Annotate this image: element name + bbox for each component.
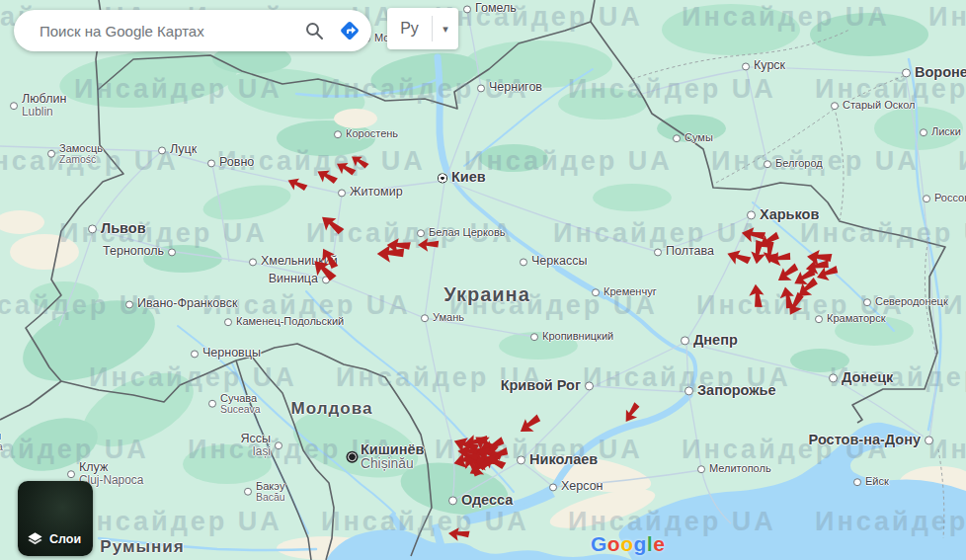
city-label-latin: Suceava <box>220 404 261 415</box>
city-label: СучаваSuceava <box>220 393 261 416</box>
city-marker[interactable]: Ивано-Франковск <box>125 297 238 310</box>
city-label: Хмельницкий <box>261 255 338 268</box>
city-marker[interactable]: Тернополь <box>103 245 176 258</box>
city-marker[interactable]: Умань <box>421 312 464 324</box>
city-label: БакэуBacău <box>256 481 285 504</box>
city-marker[interactable]: Донецк <box>829 370 893 385</box>
chevron-down-icon[interactable]: ▾ <box>433 23 458 36</box>
city-marker[interactable]: Курск <box>742 59 785 72</box>
search-bar[interactable] <box>14 10 371 51</box>
city-marker[interactable]: Одесса <box>448 493 513 508</box>
city-dot <box>747 211 756 220</box>
city-marker[interactable]: Ейск <box>853 476 889 488</box>
city-marker[interactable]: Херсон <box>549 480 604 493</box>
city-marker[interactable]: Сумы <box>673 132 713 144</box>
city-marker[interactable]: Лиски <box>920 126 961 138</box>
city-dot <box>549 483 557 491</box>
city-dot <box>448 497 457 506</box>
city-dot <box>831 102 839 110</box>
language-selector[interactable]: Ру ▾ <box>387 8 458 49</box>
city-dot <box>742 62 750 70</box>
city-marker[interactable]: Краматорск <box>815 313 886 325</box>
google-maps-window[interactable]: Ру ▾ Слои Google Инсайдер UAИнсайдер UAИ… <box>0 0 966 560</box>
city-dot <box>275 441 282 449</box>
city-marker[interactable]: Россошь <box>923 193 966 204</box>
city-dot <box>681 337 689 346</box>
city-dot <box>168 248 176 256</box>
city-marker[interactable]: Воронеж <box>902 65 966 80</box>
city-marker[interactable]: Львов <box>88 221 146 236</box>
city-marker[interactable]: БакэуBacău <box>244 481 285 504</box>
city-dot <box>417 229 425 237</box>
city-marker[interactable]: Гомель <box>463 2 517 15</box>
city-marker[interactable]: Харьков <box>747 207 819 222</box>
city-marker[interactable]: Мелитополь <box>697 463 771 475</box>
city-label: Черновцы <box>202 347 261 360</box>
city-dot <box>348 453 357 462</box>
city-marker[interactable]: Днепр <box>681 333 738 348</box>
city-marker[interactable]: Ростов-на-Дону <box>809 433 933 447</box>
city-marker[interactable]: СучаваSuceava <box>208 393 261 416</box>
city-marker[interactable]: Запорожье <box>684 383 776 398</box>
city-marker[interactable]: Ровно <box>207 156 254 169</box>
city-marker[interactable]: ЯссыIași <box>240 433 282 458</box>
city-marker[interactable]: Белгород <box>764 158 823 170</box>
city-marker[interactable]: Белая Церковь <box>417 227 506 239</box>
city-label: Ростов-на-Дону <box>809 433 921 447</box>
city-dot <box>684 387 693 396</box>
city-marker[interactable]: Каменец-Подольский <box>224 316 344 328</box>
city-label: Житомир <box>350 186 403 199</box>
city-dot <box>920 128 927 136</box>
city-label: Ивано-Франковск <box>137 297 238 310</box>
city-dot <box>520 258 527 266</box>
city-marker[interactable]: ЗамосцьZamość <box>47 143 103 166</box>
city-marker[interactable]: Старый Оскол <box>831 100 916 112</box>
city-label-latin: Zamość <box>59 154 103 165</box>
city-marker[interactable]: Николаев <box>517 452 598 467</box>
city-marker[interactable]: Житомир <box>338 186 403 199</box>
city-marker[interactable]: Северодонецк <box>863 296 948 308</box>
city-dot <box>88 225 97 234</box>
city-marker[interactable]: ЛюблинLublin <box>10 93 66 119</box>
country-label: Молдова <box>291 399 373 419</box>
city-dot <box>334 130 342 138</box>
city-marker[interactable]: Чернигов <box>477 81 542 94</box>
city-marker[interactable]: Киев <box>438 170 486 185</box>
city-marker[interactable]: Полтава <box>654 245 714 258</box>
city-marker[interactable]: ОрадяOradea <box>0 431 3 453</box>
city-label: Коростень <box>346 128 398 140</box>
city-marker[interactable]: КишинёвChișinău <box>348 442 425 472</box>
city-label: Белая Церковь <box>429 227 506 239</box>
city-label: Кривой Рог <box>501 378 581 393</box>
city-label: Херсон <box>561 480 604 493</box>
layers-control[interactable]: Слои <box>18 481 93 556</box>
city-label: ЯссыIași <box>240 433 271 458</box>
city-marker[interactable]: Кривой Рог <box>501 378 594 393</box>
city-label: Каменец-Подольский <box>236 316 344 328</box>
city-marker[interactable]: Коростень <box>334 128 398 140</box>
directions-icon[interactable] <box>334 15 365 46</box>
city-marker[interactable]: Хмельницкий <box>249 255 338 268</box>
city-dot <box>654 248 662 256</box>
city-dot <box>764 160 771 168</box>
city-marker[interactable]: Черкассы <box>520 255 587 268</box>
city-marker[interactable]: Кременчуг <box>592 286 657 298</box>
city-label: Николаев <box>529 452 598 467</box>
city-dot <box>815 315 823 323</box>
google-logo-letter: G <box>591 532 607 555</box>
search-icon[interactable] <box>294 11 334 50</box>
city-label: Ровно <box>219 156 254 169</box>
city-label: Полтава <box>666 245 714 258</box>
city-marker[interactable]: Винница <box>269 273 330 285</box>
search-input[interactable] <box>38 22 294 40</box>
city-marker[interactable]: Черновцы <box>191 347 261 360</box>
city-label: Запорожье <box>697 383 776 398</box>
city-dot <box>67 470 75 478</box>
city-label: Одесса <box>461 493 513 508</box>
city-dot <box>517 456 525 465</box>
city-marker[interactable]: Луцк <box>158 143 197 156</box>
language-label: Ру <box>387 20 432 38</box>
city-marker[interactable]: Кропивницкий <box>530 331 613 343</box>
city-dot <box>244 488 252 496</box>
city-label-latin: Lublin <box>22 106 66 118</box>
